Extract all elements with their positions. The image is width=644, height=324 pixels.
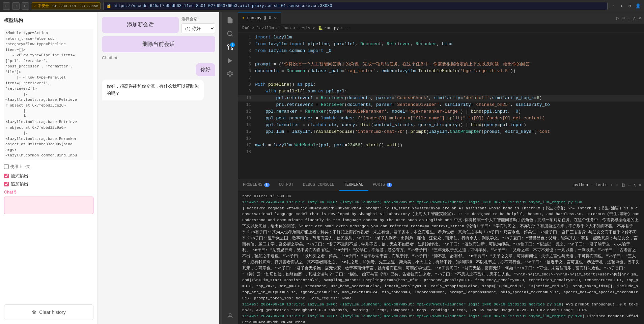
user-icon[interactable]: 👤: [635, 3, 641, 9]
accounts-icon[interactable]: [225, 311, 235, 321]
sidebar: 模型结构 <Module type=Action return_trace=Fa…: [0, 12, 98, 324]
code-line-6: 6 documents = Document(dataset_path='rag…: [238, 68, 644, 75]
left-panel: 模型结构 <Module type=Action return_trace=Fa…: [0, 12, 219, 324]
bot-message: 你好，很高兴能和你交流，有什么我可以帮助你的吗？: [102, 80, 204, 100]
more-actions-icon[interactable]: …: [627, 15, 630, 21]
append-output-checkbox[interactable]: [4, 182, 9, 186]
breadcrumb: RAG > lazillm_github > tests > 🐍 run.py …: [238, 24, 644, 33]
explorer-icon[interactable]: [225, 15, 235, 26]
ports-badge: 3: [387, 183, 392, 187]
settings-icon[interactable]: ⚙: [626, 3, 633, 9]
download-icon[interactable]: ⬇: [618, 3, 625, 9]
editor-area: ● run.py § U ✕ ▷ ⊞ … ∧ ✕ RAG > lazillm_g…: [238, 12, 644, 324]
tab-actions: ▷ ⊞ … ∧ ✕: [614, 12, 644, 24]
git-icon[interactable]: 8: [225, 42, 235, 53]
git-badge: 8: [230, 42, 235, 47]
clear-history-button[interactable]: 🗑 Clear history: [4, 304, 93, 320]
trash-icon: 🗑: [32, 310, 36, 315]
tab-close-button[interactable]: ✕: [274, 15, 277, 21]
collapse-terminal-icon[interactable]: ∧: [633, 182, 636, 188]
svg-point-0: [228, 31, 232, 36]
terminal-instance-label: python - tests: [573, 183, 608, 187]
chat-top-controls: 添加新会话 选择会话: (1) 你好: [98, 12, 219, 36]
back-button[interactable]: ←: [3, 2, 10, 10]
search-icon[interactable]: [225, 28, 235, 39]
code-content[interactable]: 1 import lazyllm 2 from lazyllm import p…: [238, 33, 644, 179]
code-line-2: 2 from lazyllm import pipeline, parallel…: [238, 41, 644, 48]
terminal-content[interactable]: rate HTTP/1.1" 200 OK 111495: 2024-06-19…: [238, 191, 644, 324]
use-context-checkbox-item: 使用上下文: [4, 164, 93, 171]
more-terminal-icon[interactable]: ⋯: [628, 182, 631, 188]
stream-output-checkbox[interactable]: [4, 174, 9, 178]
chat-area: 添加新会话 选择会话: (1) 你好 删除当前会话 Chatbot 你好 你好，…: [98, 12, 219, 324]
run-icon[interactable]: [225, 55, 235, 66]
code-line-12: 12 ppl.reranker = Reranker(types='Module…: [238, 108, 644, 115]
tab-problems[interactable]: PROBLEMS 8: [238, 179, 274, 191]
lock-icon: 🔒: [106, 3, 111, 8]
trash-terminal-icon[interactable]: 🗑: [621, 183, 625, 188]
breadcrumb-end: ...: [344, 26, 351, 31]
code-line-7: 7: [238, 75, 644, 81]
star-icon[interactable]: ☆: [610, 3, 617, 9]
user-message: 你好: [196, 63, 215, 76]
tab-debug-console[interactable]: DEBUG CONSOLE: [298, 179, 339, 191]
terminal-line-5: 111495: 2024-06-19 13:31:31 lazyllm INFO…: [242, 313, 640, 324]
code-editor: 1 import lazyllm 2 from lazyllm import p…: [238, 33, 644, 179]
close-panel-icon[interactable]: ✕: [639, 15, 641, 21]
tab-label: run.py § U: [247, 16, 271, 21]
close-terminal-icon[interactable]: ✕: [639, 182, 641, 188]
main-content: 模型结构 <Module type=Action return_trace=Fa…: [0, 12, 644, 324]
code-line-9: 9 with parallel().sum as ppl.prl:: [238, 88, 644, 95]
svg-marker-3: [228, 58, 232, 63]
debug-label: DEBUG CONSOLE: [303, 182, 335, 187]
code-line-15: 15 ppl.llm = lazyllm.TrainableModule('in…: [238, 128, 644, 135]
output-label: OUTPUT: [279, 182, 293, 187]
security-badge: ⚠ 不安全 101.230.144.233:23456: [32, 2, 101, 9]
run-action-icon[interactable]: ▷: [616, 15, 619, 21]
select-chat-dropdown[interactable]: (1) 你好: [181, 23, 215, 33]
tab-output[interactable]: OUTPUT: [274, 179, 298, 191]
panel-tabs: PROBLEMS 8 OUTPUT DEBUG CONSOLE TERMINAL: [238, 179, 644, 191]
url-text: https://vscode-645af7a9-db63-11ee-8c01-0…: [113, 4, 332, 8]
stream-output-label: 流式输出: [11, 173, 28, 179]
extensions-icon[interactable]: [225, 69, 235, 80]
add-terminal-icon[interactable]: +: [610, 183, 613, 188]
reload-button[interactable]: ↻: [22, 2, 29, 10]
stream-output-checkbox-item: 流式输出: [4, 173, 93, 179]
split-editor-icon[interactable]: ⊞: [622, 15, 624, 21]
terminal-line-4: 111495: 2024-06-19 13:31:31 lazyllm INFO…: [242, 301, 640, 314]
file-tab[interactable]: ● run.py § U ✕: [238, 12, 281, 24]
tab-ports[interactable]: PORTS 3: [368, 179, 397, 191]
panel-tab-actions: python - tests + ⊞ 🗑 ⋯ ∧ ✕: [571, 179, 644, 191]
svg-rect-6: [229, 71, 231, 73]
forward-button[interactable]: →: [12, 2, 20, 10]
model-tree: <Module type=Action return_trace=False s…: [4, 29, 93, 160]
code-line-1: 1 import lazyllm: [238, 34, 644, 41]
append-output-label: 追加输出: [11, 181, 28, 187]
clear-history-label: Clear history: [39, 310, 66, 315]
messages-area: 你好 你好，很高兴能和你交流，有什么我可以帮助你的吗？: [98, 63, 219, 324]
breadcrumb-path: RAG > lazillm_github > tests >: [242, 26, 315, 31]
chat-input-field[interactable]: [4, 197, 93, 214]
select-chat-section: 选择会话: (1) 你好: [181, 16, 215, 33]
delete-chat-button[interactable]: 删除当前会话: [102, 36, 215, 52]
terminal-line-3: | Received request 9ff4d6c1d3884ca0b2dd5…: [242, 205, 640, 301]
terminal-line-1: rate HTTP/1.1" 200 OK: [242, 193, 640, 199]
code-line-17: 17 mweb = lazyllm.WebModule(ppl, port=23…: [238, 142, 644, 149]
add-chat-button[interactable]: 添加新会话: [102, 17, 179, 33]
code-line-16: 16: [238, 135, 644, 142]
url-bar[interactable]: 🔒 https://vscode-645af7a9-db63-11ee-8c01…: [103, 2, 608, 10]
problems-badge: 8: [264, 183, 270, 187]
breadcrumb-file: run.py: [324, 26, 339, 31]
collapse-icon[interactable]: ∧: [633, 15, 636, 21]
browser-actions: ☆ ⬇ ⚙ 👤: [610, 3, 641, 9]
bottom-panel: PROBLEMS 8 OUTPUT DEBUG CONSOLE TERMINAL: [238, 179, 644, 324]
use-context-checkbox[interactable]: [4, 164, 9, 169]
select-chat-label: 选择会话:: [181, 16, 215, 22]
code-line-18: 18: [238, 149, 644, 155]
ports-label: PORTS: [373, 182, 385, 187]
vscode-layout: 8 ● run.py § U ✕: [222, 12, 644, 324]
input-section: Chat 5: [4, 190, 93, 214]
tab-terminal[interactable]: TERMINAL: [339, 179, 368, 191]
split-terminal-icon[interactable]: ⊞: [616, 182, 618, 188]
